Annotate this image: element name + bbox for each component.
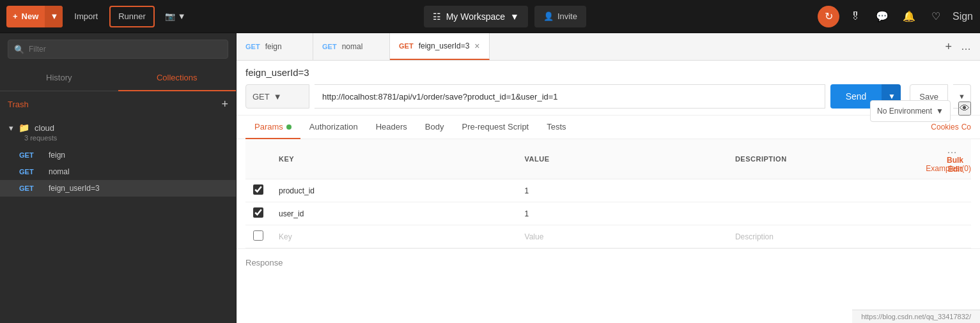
- param-desc[interactable]: [727, 202, 939, 225]
- new-arrow-icon[interactable]: ▼: [45, 6, 63, 27]
- person-icon: 👤: [543, 11, 554, 21]
- sign-button[interactable]: Sign: [952, 6, 974, 27]
- col-check: [245, 139, 271, 179]
- capture-button[interactable]: 📷 ▼: [159, 6, 192, 27]
- list-item[interactable]: GET nomal: [0, 163, 236, 180]
- table-row: user_id 1: [245, 202, 971, 225]
- filter-input[interactable]: [8, 40, 228, 59]
- collection-name: cloud: [35, 123, 54, 133]
- tab-headers[interactable]: Headers: [367, 116, 416, 139]
- tab-collections[interactable]: Collections: [118, 65, 237, 91]
- collection-list: ▾ 📁 cloud 3 requests GET feign GET nomal…: [0, 117, 236, 323]
- params-more-button[interactable]: …: [947, 144, 957, 156]
- folder-icon: 📁: [19, 123, 29, 133]
- request-name: feign_userId=3: [49, 184, 100, 193]
- tab-params[interactable]: Params: [245, 116, 300, 139]
- content-wrapper: No Environment ▼ 👁 feign_userId=3 GET ▼ …: [237, 61, 980, 323]
- param-value[interactable]: 1: [517, 179, 727, 202]
- cookies-link[interactable]: Cookies: [931, 123, 958, 131]
- sidebar: 🔍 History Collections Trash + ▾ 📁 cloud …: [0, 33, 237, 323]
- workspace-chevron-icon: ▼: [510, 11, 519, 22]
- param-value-placeholder[interactable]: Value: [517, 225, 727, 248]
- bell-icon[interactable]: 🔔: [898, 6, 920, 27]
- row-checkbox[interactable]: [253, 207, 263, 218]
- topbar: + New ▼ Import Runner 📷 ▼ ☷ My Workspace…: [0, 0, 980, 33]
- param-desc-placeholder[interactable]: Description: [727, 225, 939, 248]
- env-eye-button[interactable]: 👁: [958, 101, 971, 116]
- tab-feign[interactable]: GET feign: [237, 33, 313, 60]
- table-row: product_id 1: [245, 179, 971, 202]
- heart-icon[interactable]: ♡: [925, 6, 947, 27]
- workspace-button[interactable]: ☷ My Workspace ▼: [424, 6, 528, 27]
- tab-authorization[interactable]: Authorization: [300, 116, 367, 139]
- param-desc[interactable]: [727, 179, 939, 202]
- tab-feign-userid[interactable]: GET feign_userId=3 ×: [390, 33, 490, 60]
- list-item[interactable]: GET feign: [0, 147, 236, 163]
- col-key-header: KEY: [271, 139, 517, 179]
- tab-nomal[interactable]: GET nomal: [313, 33, 390, 60]
- tab-close-button[interactable]: ×: [474, 41, 479, 50]
- tab-add-button[interactable]: +: [940, 40, 957, 54]
- request-title: feign_userId=3: [245, 67, 971, 78]
- method-select[interactable]: GET ▼: [245, 84, 309, 109]
- row-checkbox[interactable]: [253, 230, 263, 241]
- chat-icon[interactable]: 💬: [871, 6, 893, 27]
- new-collection-button[interactable]: +: [221, 98, 228, 111]
- topbar-center: ☷ My Workspace ▼ 👤 Invite: [196, 6, 814, 27]
- req-tabs-right: Cookies Co: [931, 123, 971, 131]
- tab-method-badge: GET: [399, 42, 414, 50]
- col-desc-header: DESCRIPTION: [727, 139, 939, 179]
- invite-button[interactable]: 👤 Invite: [534, 6, 586, 27]
- sidebar-search-area: 🔍: [0, 33, 236, 65]
- list-item[interactable]: GET feign_userId=3: [0, 180, 236, 197]
- tab-method-badge: GET: [322, 43, 337, 50]
- sync-button[interactable]: ↻: [818, 6, 839, 27]
- tab-pre-request[interactable]: Pre-request Script: [453, 116, 538, 139]
- param-key-placeholder[interactable]: Key: [271, 225, 517, 248]
- request-tabs: Params Authorization Headers Body Pre-re…: [237, 116, 980, 139]
- topbar-right: ↻ 🎖 💬 🔔 ♡ Sign: [818, 6, 974, 27]
- tab-history[interactable]: History: [0, 65, 118, 91]
- sync-icon: ↻: [825, 10, 833, 22]
- method-badge: GET: [19, 168, 42, 176]
- import-button[interactable]: Import: [66, 6, 105, 27]
- param-value[interactable]: 1: [517, 202, 727, 225]
- param-key[interactable]: product_id: [271, 179, 517, 202]
- url-input[interactable]: [315, 84, 825, 109]
- col-value-header: VALUE: [517, 139, 727, 179]
- tab-body[interactable]: Body: [416, 116, 453, 139]
- notifications-icon[interactable]: 🎖: [844, 6, 866, 27]
- row-checkbox[interactable]: [253, 184, 263, 195]
- tab-more-button[interactable]: …: [957, 41, 975, 52]
- request-area: feign_userId=3 GET ▼ Send ▼ Save ▼: [237, 61, 980, 116]
- response-area: Response: [237, 248, 980, 276]
- content: GET feign GET nomal GET feign_userId=3 ×…: [237, 33, 980, 323]
- examples-link[interactable]: Examples (0): [926, 164, 971, 173]
- params-panel: KEY VALUE DESCRIPTION … Bulk Edit: [237, 139, 980, 248]
- trash-button[interactable]: Trash: [8, 100, 29, 109]
- collection-cloud[interactable]: ▾ 📁 cloud 3 requests: [0, 117, 236, 147]
- env-label: No Environment: [877, 107, 932, 116]
- table-row: Key Value Description: [245, 225, 971, 248]
- method-label: GET: [253, 92, 270, 101]
- code-link[interactable]: Co: [961, 123, 971, 131]
- response-label: Response: [245, 258, 283, 267]
- sidebar-actions: Trash +: [0, 91, 236, 117]
- bottom-url: https://blog.csdn.net/qq_33417832/: [861, 313, 971, 320]
- tab-name: feign: [265, 42, 282, 51]
- grid-icon: ☷: [433, 11, 441, 22]
- tab-name: feign_userId=3: [419, 41, 470, 50]
- tab-method-badge: GET: [245, 43, 260, 50]
- bottom-bar: https://blog.csdn.net/qq_33417832/: [852, 310, 980, 323]
- capture-arrow: ▼: [178, 11, 186, 21]
- col-more: … Bulk Edit: [939, 139, 971, 179]
- new-button[interactable]: + New ▼: [6, 6, 63, 27]
- plus-icon: +: [13, 11, 18, 21]
- sidebar-tabs: History Collections: [0, 65, 236, 91]
- tab-tests[interactable]: Tests: [538, 116, 575, 139]
- param-key[interactable]: user_id: [271, 202, 517, 225]
- request-name: nomal: [49, 167, 70, 176]
- environment-selector[interactable]: No Environment ▼: [870, 100, 951, 122]
- collection-sub: 3 requests: [9, 134, 227, 142]
- runner-button[interactable]: Runner: [109, 6, 155, 27]
